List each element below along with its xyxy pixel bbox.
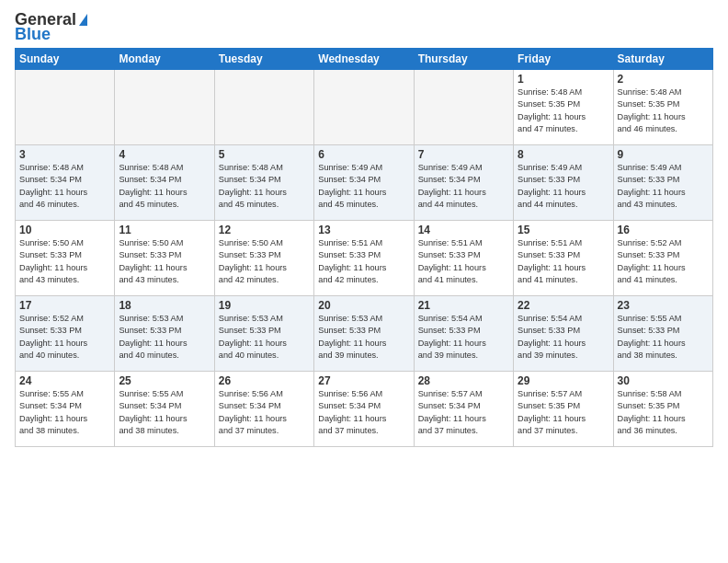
day-info: Sunrise: 5:56 AM Sunset: 5:34 PM Dayligh… bbox=[318, 388, 409, 437]
week-row-1: 3Sunrise: 5:48 AM Sunset: 5:34 PM Daylig… bbox=[16, 145, 713, 221]
calendar-cell bbox=[414, 70, 513, 145]
calendar-cell: 22Sunrise: 5:54 AM Sunset: 5:33 PM Dayli… bbox=[514, 296, 613, 372]
dow-header-sunday: Sunday bbox=[16, 49, 115, 70]
day-info: Sunrise: 5:48 AM Sunset: 5:34 PM Dayligh… bbox=[19, 162, 110, 211]
day-number: 4 bbox=[119, 148, 210, 161]
day-number: 18 bbox=[119, 299, 210, 312]
day-info: Sunrise: 5:57 AM Sunset: 5:34 PM Dayligh… bbox=[418, 388, 509, 437]
calendar-cell: 3Sunrise: 5:48 AM Sunset: 5:34 PM Daylig… bbox=[16, 145, 115, 221]
day-number: 15 bbox=[518, 224, 609, 236]
logo-blue: Blue bbox=[15, 26, 51, 42]
calendar-cell: 16Sunrise: 5:52 AM Sunset: 5:33 PM Dayli… bbox=[613, 221, 712, 296]
calendar-cell: 5Sunrise: 5:48 AM Sunset: 5:34 PM Daylig… bbox=[214, 145, 313, 221]
dow-header-monday: Monday bbox=[115, 49, 214, 70]
day-info: Sunrise: 5:52 AM Sunset: 5:33 PM Dayligh… bbox=[19, 313, 110, 362]
calendar: SundayMondayTuesdayWednesdayThursdayFrid… bbox=[15, 48, 713, 447]
calendar-cell: 27Sunrise: 5:56 AM Sunset: 5:34 PM Dayli… bbox=[314, 372, 414, 447]
dow-header-tuesday: Tuesday bbox=[214, 49, 313, 70]
week-row-0: 1Sunrise: 5:48 AM Sunset: 5:35 PM Daylig… bbox=[16, 70, 713, 145]
day-number: 3 bbox=[19, 148, 110, 161]
day-number: 12 bbox=[219, 224, 310, 236]
calendar-cell: 17Sunrise: 5:52 AM Sunset: 5:33 PM Dayli… bbox=[16, 296, 115, 372]
day-info: Sunrise: 5:55 AM Sunset: 5:34 PM Dayligh… bbox=[119, 388, 210, 437]
day-info: Sunrise: 5:48 AM Sunset: 5:34 PM Dayligh… bbox=[119, 162, 210, 211]
week-row-2: 10Sunrise: 5:50 AM Sunset: 5:33 PM Dayli… bbox=[16, 221, 713, 296]
calendar-cell bbox=[16, 70, 115, 145]
day-number: 6 bbox=[318, 148, 409, 161]
day-number: 13 bbox=[318, 224, 409, 236]
calendar-cell bbox=[214, 70, 313, 145]
calendar-cell: 9Sunrise: 5:49 AM Sunset: 5:33 PM Daylig… bbox=[613, 145, 712, 221]
calendar-cell bbox=[314, 70, 414, 145]
day-info: Sunrise: 5:51 AM Sunset: 5:33 PM Dayligh… bbox=[418, 237, 509, 286]
day-info: Sunrise: 5:54 AM Sunset: 5:33 PM Dayligh… bbox=[418, 313, 509, 362]
day-info: Sunrise: 5:57 AM Sunset: 5:35 PM Dayligh… bbox=[518, 388, 609, 437]
calendar-cell: 20Sunrise: 5:53 AM Sunset: 5:33 PM Dayli… bbox=[314, 296, 414, 372]
calendar-cell: 1Sunrise: 5:48 AM Sunset: 5:35 PM Daylig… bbox=[514, 70, 613, 145]
day-info: Sunrise: 5:50 AM Sunset: 5:33 PM Dayligh… bbox=[119, 237, 210, 286]
dow-header-saturday: Saturday bbox=[613, 49, 712, 70]
calendar-cell: 19Sunrise: 5:53 AM Sunset: 5:33 PM Dayli… bbox=[214, 296, 313, 372]
day-info: Sunrise: 5:49 AM Sunset: 5:33 PM Dayligh… bbox=[618, 162, 709, 211]
calendar-cell: 28Sunrise: 5:57 AM Sunset: 5:34 PM Dayli… bbox=[414, 372, 513, 447]
calendar-cell: 14Sunrise: 5:51 AM Sunset: 5:33 PM Dayli… bbox=[414, 221, 513, 296]
calendar-body: 1Sunrise: 5:48 AM Sunset: 5:35 PM Daylig… bbox=[16, 70, 713, 447]
day-info: Sunrise: 5:49 AM Sunset: 5:33 PM Dayligh… bbox=[518, 162, 609, 211]
calendar-cell bbox=[115, 70, 214, 145]
day-info: Sunrise: 5:53 AM Sunset: 5:33 PM Dayligh… bbox=[318, 313, 409, 362]
header: General Blue bbox=[15, 11, 713, 42]
day-info: Sunrise: 5:52 AM Sunset: 5:33 PM Dayligh… bbox=[618, 237, 709, 286]
calendar-cell: 24Sunrise: 5:55 AM Sunset: 5:34 PM Dayli… bbox=[16, 372, 115, 447]
day-info: Sunrise: 5:49 AM Sunset: 5:34 PM Dayligh… bbox=[418, 162, 509, 211]
day-number: 7 bbox=[418, 148, 509, 161]
logo-arrow bbox=[79, 14, 87, 26]
calendar-cell: 10Sunrise: 5:50 AM Sunset: 5:33 PM Dayli… bbox=[16, 221, 115, 296]
calendar-cell: 18Sunrise: 5:53 AM Sunset: 5:33 PM Dayli… bbox=[115, 296, 214, 372]
day-number: 26 bbox=[219, 374, 310, 387]
day-number: 8 bbox=[518, 148, 609, 161]
day-number: 9 bbox=[618, 148, 709, 161]
day-number: 14 bbox=[418, 224, 509, 236]
day-number: 11 bbox=[119, 224, 210, 236]
day-number: 16 bbox=[618, 224, 709, 236]
day-info: Sunrise: 5:48 AM Sunset: 5:35 PM Dayligh… bbox=[618, 86, 709, 135]
days-of-week-row: SundayMondayTuesdayWednesdayThursdayFrid… bbox=[16, 49, 713, 70]
day-info: Sunrise: 5:54 AM Sunset: 5:33 PM Dayligh… bbox=[518, 313, 609, 362]
calendar-cell: 12Sunrise: 5:50 AM Sunset: 5:33 PM Dayli… bbox=[214, 221, 313, 296]
day-number: 20 bbox=[318, 299, 409, 312]
day-number: 24 bbox=[19, 374, 110, 387]
day-number: 23 bbox=[618, 299, 709, 312]
day-number: 28 bbox=[418, 374, 509, 387]
day-number: 27 bbox=[318, 374, 409, 387]
calendar-cell: 2Sunrise: 5:48 AM Sunset: 5:35 PM Daylig… bbox=[613, 70, 712, 145]
day-info: Sunrise: 5:53 AM Sunset: 5:33 PM Dayligh… bbox=[119, 313, 210, 362]
logo: General Blue bbox=[15, 11, 87, 42]
day-info: Sunrise: 5:49 AM Sunset: 5:34 PM Dayligh… bbox=[318, 162, 409, 211]
calendar-cell: 30Sunrise: 5:58 AM Sunset: 5:35 PM Dayli… bbox=[613, 372, 712, 447]
day-info: Sunrise: 5:51 AM Sunset: 5:33 PM Dayligh… bbox=[518, 237, 609, 286]
day-number: 21 bbox=[418, 299, 509, 312]
calendar-cell: 8Sunrise: 5:49 AM Sunset: 5:33 PM Daylig… bbox=[514, 145, 613, 221]
day-number: 1 bbox=[518, 73, 609, 86]
calendar-cell: 7Sunrise: 5:49 AM Sunset: 5:34 PM Daylig… bbox=[414, 145, 513, 221]
calendar-cell: 23Sunrise: 5:55 AM Sunset: 5:33 PM Dayli… bbox=[613, 296, 712, 372]
calendar-cell: 29Sunrise: 5:57 AM Sunset: 5:35 PM Dayli… bbox=[514, 372, 613, 447]
dow-header-thursday: Thursday bbox=[414, 49, 513, 70]
calendar-cell: 26Sunrise: 5:56 AM Sunset: 5:34 PM Dayli… bbox=[214, 372, 313, 447]
calendar-cell: 4Sunrise: 5:48 AM Sunset: 5:34 PM Daylig… bbox=[115, 145, 214, 221]
calendar-cell: 21Sunrise: 5:54 AM Sunset: 5:33 PM Dayli… bbox=[414, 296, 513, 372]
week-row-3: 17Sunrise: 5:52 AM Sunset: 5:33 PM Dayli… bbox=[16, 296, 713, 372]
day-number: 5 bbox=[219, 148, 310, 161]
calendar-cell: 6Sunrise: 5:49 AM Sunset: 5:34 PM Daylig… bbox=[314, 145, 414, 221]
day-number: 30 bbox=[618, 374, 709, 387]
dow-header-friday: Friday bbox=[514, 49, 613, 70]
day-info: Sunrise: 5:55 AM Sunset: 5:33 PM Dayligh… bbox=[618, 313, 709, 362]
day-number: 19 bbox=[219, 299, 310, 312]
day-info: Sunrise: 5:53 AM Sunset: 5:33 PM Dayligh… bbox=[219, 313, 310, 362]
day-info: Sunrise: 5:50 AM Sunset: 5:33 PM Dayligh… bbox=[219, 237, 310, 286]
day-number: 22 bbox=[518, 299, 609, 312]
day-info: Sunrise: 5:48 AM Sunset: 5:34 PM Dayligh… bbox=[219, 162, 310, 211]
day-info: Sunrise: 5:51 AM Sunset: 5:33 PM Dayligh… bbox=[318, 237, 409, 286]
day-info: Sunrise: 5:50 AM Sunset: 5:33 PM Dayligh… bbox=[19, 237, 110, 286]
day-number: 29 bbox=[518, 374, 609, 387]
